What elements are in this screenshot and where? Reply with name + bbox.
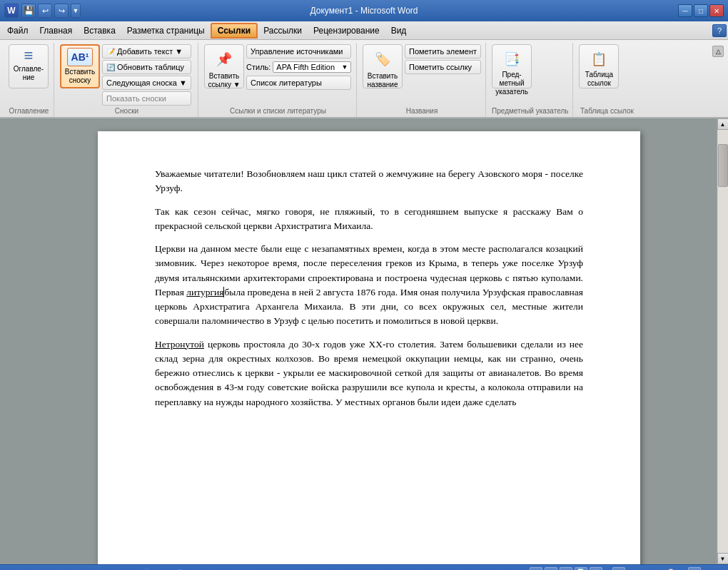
bibliography-button[interactable]: Список литературы — [246, 76, 351, 90]
paragraph-4-first-word: Нетронутой — [155, 339, 204, 350]
menu-references[interactable]: Ссылки — [211, 23, 258, 39]
toc-button-label: Оглавле-ние — [14, 65, 44, 82]
redo-qa-button[interactable]: ↪ — [54, 4, 69, 18]
ribbon-group-citations: 📌 Вставитьссылку ▼ Управление источникам… — [200, 43, 357, 117]
document-area: Уважаемые читатели! Возобновляем наш цик… — [0, 118, 728, 564]
insert-footnote-button[interactable]: AB¹ Вставитьсноску — [60, 44, 100, 88]
toc-button[interactable]: ≡ Оглавле-ние — [9, 44, 49, 88]
scroll-thumb[interactable] — [718, 144, 728, 187]
ribbon-group-captions: 🏷️ Вставитьназвание Пометить элемент Пом… — [358, 43, 486, 117]
ribbon-group-footnotes: AB¹ Вставитьсноску 📝 Добавить текст ▼ 🔄 … — [56, 43, 198, 117]
citations-group-label: Ссылки и списки литературы — [204, 106, 352, 117]
zoom-out-button[interactable]: − — [612, 567, 625, 571]
maximize-button[interactable]: □ — [694, 4, 708, 17]
show-footnotes-label: Показать сноски — [106, 94, 166, 103]
menu-file[interactable]: Файл — [1, 23, 34, 39]
citations-buttons: 📌 Вставитьссылку ▼ Управление источникам… — [204, 44, 351, 106]
menu-bar: Файл Главная Вставка Разметка страницы С… — [0, 21, 728, 40]
window-title: Документ1 - Microsoft Word — [0, 6, 728, 16]
document-scroll[interactable]: Уважаемые читатели! Возобновляем наш цик… — [0, 118, 728, 564]
menu-review[interactable]: Рецензирование — [308, 23, 385, 39]
view-btn-3[interactable]: ▦ — [560, 567, 572, 571]
title-bar-left: W 💾 ↩ ↪ ▼ — [4, 4, 81, 18]
word-icon: W — [4, 4, 19, 18]
ribbon: ≡ Оглавле-ние Оглавление AB¹ Вставитьсно… — [0, 40, 728, 118]
view-btn-1[interactable]: ▤ — [530, 567, 542, 571]
footnotes-small-col: 📝 Добавить текст ▼ 🔄 Обновить таблицу Сл… — [102, 44, 191, 106]
manage-sources-button[interactable]: Управление источниками — [246, 44, 351, 58]
style-combo[interactable]: APA Fifth Edition ▼ — [273, 61, 351, 73]
status-left: Страница: 1 из 1 Число слов: 260 русский — [4, 568, 182, 571]
captions-buttons: 🏷️ Вставитьназвание Пометить элемент Пом… — [363, 44, 481, 106]
help-button[interactable]: ? — [712, 24, 727, 37]
language-indicator: русский — [142, 568, 182, 571]
minimize-button[interactable]: ─ — [678, 4, 692, 17]
menu-mailings[interactable]: Рассылки — [258, 23, 308, 39]
language-flag — [142, 568, 152, 571]
manage-sources-label: Управление источниками — [251, 47, 343, 56]
footnotes-group-label: Сноски — [60, 106, 193, 117]
menu-view[interactable]: Вид — [385, 23, 413, 39]
index-label: Пред-метныйуказатель — [495, 71, 528, 96]
next-footnote-button[interactable]: Следующая сноска ▼ — [102, 76, 191, 90]
close-button[interactable]: ✕ — [709, 4, 724, 17]
citations-small-col: Управление источниками Стиль: APA Fifth … — [246, 44, 351, 90]
window-controls: ─ □ ✕ — [678, 4, 724, 17]
ribbon-collapse-button[interactable]: △ — [712, 46, 724, 57]
insert-footnote-label: Вставитьсноску — [65, 68, 95, 85]
menu-home[interactable]: Главная — [34, 23, 79, 39]
table-refs-buttons: 📋 Таблицассылок — [579, 44, 619, 106]
add-text-icon: 📝 — [106, 48, 115, 56]
toc-buttons: ≡ Оглавле-ние — [9, 44, 49, 106]
view-btn-4[interactable]: 📄 — [575, 567, 587, 571]
status-bar: Страница: 1 из 1 Число слов: 260 русский… — [0, 564, 728, 570]
status-right: ▤ ▥ ▦ 📄 📖 − + 110% — [530, 567, 724, 571]
bibliography-label: Список литературы — [251, 78, 322, 87]
toc-group-label: Оглавление — [9, 106, 49, 117]
style-row: Стиль: APA Fifth Edition ▼ — [246, 60, 351, 74]
style-dropdown-icon: ▼ — [341, 63, 348, 71]
scroll-track[interactable] — [718, 130, 728, 553]
view-btn-5[interactable]: 📖 — [590, 567, 602, 571]
document-page: Уважаемые читатели! Возобновляем наш цик… — [98, 131, 640, 564]
mark-element-button[interactable]: Пометить элемент — [405, 44, 481, 58]
save-qa-button[interactable]: 💾 — [21, 4, 36, 18]
insert-citation-button[interactable]: 📌 Вставитьссылку ▼ — [204, 44, 244, 88]
ribbon-group-toc: ≡ Оглавле-ние Оглавление — [4, 43, 54, 117]
text-cursor — [223, 287, 224, 297]
quick-access-toolbar: 💾 ↩ ↪ ▼ — [21, 4, 81, 18]
title-bar: W 💾 ↩ ↪ ▼ Документ1 - Microsoft Word ─ □… — [0, 0, 728, 21]
view-btn-2[interactable]: ▥ — [545, 567, 557, 571]
captions-group-label: Названия — [363, 106, 481, 117]
zoom-in-button[interactable]: + — [688, 567, 701, 571]
footnotes-buttons: AB¹ Вставитьсноску 📝 Добавить текст ▼ 🔄 … — [60, 44, 191, 106]
paragraph-3: Церкви на данном месте были еще с незапа… — [155, 242, 583, 329]
scroll-down-button[interactable]: ▼ — [717, 553, 729, 564]
captions-col: Пометить элемент Пометить ссылку — [405, 44, 481, 74]
scroll-up-button[interactable]: ▲ — [717, 118, 729, 130]
mark-citation-button[interactable]: Пометить ссылку — [405, 60, 481, 74]
update-table-button[interactable]: 🔄 Обновить таблицу — [102, 60, 191, 74]
mark-citation-label: Пометить ссылку — [409, 63, 472, 71]
insert-citation-label: Вставитьссылку ▼ — [208, 72, 240, 89]
insert-caption-button[interactable]: 🏷️ Вставитьназвание — [363, 44, 403, 88]
vertical-scrollbar[interactable]: ▲ ▼ — [717, 118, 728, 564]
style-value: APA Fifth Edition — [276, 63, 335, 71]
index-button[interactable]: 📑 Пред-метныйуказатель — [492, 44, 532, 88]
table-refs-label: Таблицассылок — [585, 71, 613, 88]
undo-qa-button[interactable]: ↩ — [38, 4, 52, 18]
index-group-label: Предметный указатель — [492, 106, 568, 117]
show-footnotes-button[interactable]: Показать сноски — [102, 91, 191, 106]
ribbon-right: △ — [712, 43, 724, 117]
update-table-label: Обновить таблицу — [117, 63, 184, 71]
add-text-button[interactable]: 📝 Добавить текст ▼ — [102, 44, 191, 58]
next-footnote-label: Следующая сноска ▼ — [106, 78, 187, 87]
paragraph-2: Так как сезон сейчас, мягко говоря, не п… — [155, 205, 583, 234]
table-refs-button[interactable]: 📋 Таблицассылок — [579, 44, 619, 88]
ribbon-group-index: 📑 Пред-метныйуказатель Предметный указат… — [487, 43, 573, 117]
more-qa-button[interactable]: ▼ — [71, 4, 81, 18]
menu-page-layout[interactable]: Разметка страницы — [121, 23, 211, 39]
menu-insert[interactable]: Вставка — [78, 23, 121, 39]
paragraph-4: Нетронутой церковь простояла до 30-х год… — [155, 337, 583, 409]
ribbon-group-table-refs: 📋 Таблицассылок Таблица ссылок — [575, 43, 639, 117]
